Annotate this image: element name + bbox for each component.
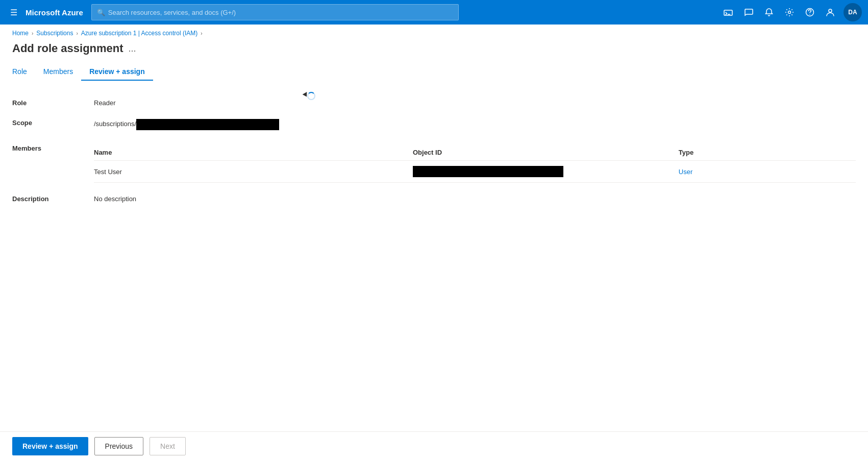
col-header-objectid: Object ID — [413, 144, 679, 161]
svg-point-3 — [809, 14, 810, 15]
description-value: No description — [94, 195, 856, 203]
description-row: Description No description — [12, 189, 856, 209]
members-label: Members — [12, 142, 94, 152]
scope-prefix: /subscriptions/ — [94, 120, 136, 128]
search-icon: 🔍 — [97, 9, 105, 16]
role-row: Role Reader — [12, 93, 856, 113]
member-type-link[interactable]: User — [679, 168, 692, 176]
role-label: Role — [12, 99, 94, 107]
members-table-header-row: Name Object ID Type — [94, 144, 856, 161]
feedback-icon[interactable] — [739, 3, 758, 21]
review-assign-button[interactable]: Review + assign — [12, 437, 88, 455]
page-title: Add role assignment — [12, 42, 123, 55]
breadcrumb-home[interactable]: Home — [12, 30, 29, 37]
hamburger-menu[interactable]: ☰ — [6, 4, 21, 21]
page-title-more-menu[interactable]: ... — [129, 43, 136, 54]
breadcrumb: Home › Subscriptions › Azure subscriptio… — [0, 25, 868, 40]
scope-value: /subscriptions/ — [94, 119, 856, 130]
object-id-redacted — [413, 166, 563, 177]
main-content: Role Reader Scope /subscriptions/ Member… — [0, 93, 868, 209]
breadcrumb-iam[interactable]: Azure subscription 1 | Access control (I… — [81, 30, 198, 37]
previous-button[interactable]: Previous — [94, 437, 143, 455]
member-object-id — [413, 161, 679, 183]
search-bar[interactable]: 🔍 — [91, 4, 459, 20]
breadcrumb-sep-1: › — [32, 31, 33, 36]
scope-label: Scope — [12, 119, 94, 127]
breadcrumb-sep-2: › — [76, 31, 78, 36]
settings-gear-icon[interactable] — [780, 3, 799, 21]
breadcrumb-sep-3: › — [201, 31, 202, 36]
tab-members[interactable]: Members — [35, 63, 81, 81]
member-name: Test User — [94, 161, 413, 183]
svg-point-1 — [788, 11, 791, 14]
tab-role[interactable]: Role — [12, 63, 35, 81]
next-button: Next — [150, 437, 186, 455]
members-table-container: Name Object ID Type Test User User — [94, 142, 856, 183]
search-input[interactable] — [108, 9, 453, 16]
col-header-type: Type — [679, 144, 856, 161]
breadcrumb-subscriptions[interactable]: Subscriptions — [36, 30, 73, 37]
tabs: Role Members Review + assign — [0, 63, 868, 81]
page-title-area: Add role assignment ... — [0, 40, 868, 63]
notifications-cloud-shell-icon[interactable] — [719, 3, 737, 21]
col-header-name: Name — [94, 144, 413, 161]
scope-redacted — [136, 119, 279, 130]
user-avatar[interactable]: DA — [844, 3, 862, 21]
topbar-actions: DA — [719, 3, 862, 21]
bottom-bar: Review + assign Previous Next — [0, 431, 868, 460]
role-value: Reader — [94, 99, 856, 107]
description-label: Description — [12, 195, 94, 203]
notifications-bell-icon[interactable] — [760, 3, 778, 21]
user-settings-icon[interactable] — [821, 3, 839, 21]
tab-review-assign[interactable]: Review + assign — [81, 63, 153, 81]
svg-point-4 — [829, 9, 832, 12]
member-type: User — [679, 161, 856, 183]
topbar: ☰ Microsoft Azure 🔍 DA — [0, 0, 868, 25]
table-row: Test User User — [94, 161, 856, 183]
members-table: Name Object ID Type Test User User — [94, 144, 856, 183]
help-icon[interactable] — [801, 3, 819, 21]
members-row: Members Name Object ID Type Test User — [12, 136, 856, 189]
scope-row: Scope /subscriptions/ — [12, 113, 856, 136]
azure-logo: Microsoft Azure — [26, 8, 83, 17]
